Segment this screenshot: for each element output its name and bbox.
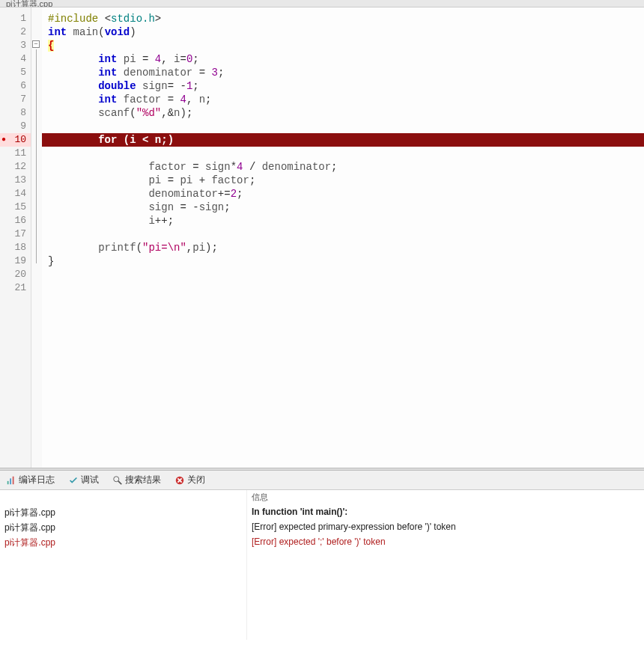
code-line[interactable]: denominator+=2; [42, 187, 644, 201]
error-message[interactable]: [Error] expected primary-expression befo… [247, 520, 644, 535]
line-number: 11 [0, 147, 31, 160]
tab-search-results[interactable]: 搜索结果 [109, 472, 164, 488]
svg-rect-0 [7, 480, 9, 483]
line-number: 5 [0, 66, 31, 79]
output-message-header: 信息 [247, 490, 644, 505]
svg-rect-2 [13, 476, 14, 484]
tab-debug[interactable]: 调试 [65, 472, 102, 488]
svg-rect-1 [10, 478, 11, 484]
line-number: 9 [0, 120, 31, 133]
code-line[interactable]: int pi = 4, i=0; [42, 52, 644, 66]
output-panel[interactable]: pi计算器.cpppi计算器.cpppi计算器.cpp 信息 In functi… [0, 490, 644, 640]
code-line[interactable]: int denominator = 3; [42, 66, 644, 79]
code-line[interactable]: i++; [42, 214, 644, 227]
fold-toggle-icon[interactable]: − [32, 40, 40, 48]
line-number: 8 [0, 106, 31, 120]
code-line[interactable]: #include <stdio.h> [42, 12, 644, 25]
svg-point-3 [114, 476, 119, 481]
code-line[interactable]: int main(void) [42, 25, 644, 39]
error-file[interactable]: pi计算器.cpp [0, 520, 246, 535]
code-line[interactable]: int factor = 4, n; [42, 93, 644, 106]
line-number: 2 [0, 25, 31, 39]
code-line[interactable]: double sign= -1; [42, 79, 644, 93]
line-number: 6 [0, 79, 31, 93]
output-message-column: 信息 In function 'int main()':[Error] expe… [247, 490, 644, 640]
line-number: 17 [0, 227, 31, 241]
tab-close-label: 关闭 [187, 474, 205, 486]
line-number: 3 [0, 39, 31, 52]
line-number: 13 [0, 174, 31, 187]
output-tabs-bar: 编译日志 调试 搜索结果 关闭 [0, 471, 644, 490]
code-editor[interactable]: 123456789101112131415161718192021 − #inc… [0, 7, 644, 468]
line-number: 15 [0, 201, 31, 214]
error-file[interactable]: pi计算器.cpp [0, 505, 246, 520]
chart-icon [6, 475, 16, 486]
tab-search-results-label: 搜索结果 [125, 474, 161, 486]
line-number: 12 [0, 160, 31, 174]
code-line[interactable] [42, 227, 644, 241]
code-line[interactable]: factor = sign*4 / denominator; [42, 160, 644, 174]
output-file-column: pi计算器.cpppi计算器.cpppi计算器.cpp [0, 490, 247, 640]
line-number: 21 [0, 281, 31, 295]
line-number-gutter: 123456789101112131415161718192021 [0, 7, 31, 468]
line-number: 20 [0, 268, 31, 281]
search-icon [112, 475, 123, 486]
line-number: 1 [0, 12, 31, 25]
output-file-header [0, 490, 246, 505]
line-number: 16 [0, 214, 31, 227]
error-message[interactable]: In function 'int main()': [247, 505, 644, 520]
tab-compile-log-label: 编译日志 [19, 474, 55, 486]
file-tab[interactable]: pi计算器.cpp [0, 0, 644, 7]
line-number: 4 [0, 52, 31, 66]
code-line[interactable] [42, 120, 644, 133]
code-line[interactable]: for (i < n;) [42, 133, 644, 147]
tab-compile-log[interactable]: 编译日志 [3, 472, 58, 488]
file-tab-label: pi计算器.cpp [6, 0, 52, 7]
line-number: 10 [0, 133, 31, 147]
tab-close[interactable]: 关闭 [171, 472, 208, 488]
code-line[interactable]: printf("pi=\n",pi); [42, 241, 644, 254]
code-line[interactable]: { [42, 39, 644, 52]
code-line[interactable] [42, 281, 644, 295]
line-number: 14 [0, 187, 31, 201]
code-content[interactable]: #include <stdio.h>int main(void){ int pi… [42, 7, 644, 468]
svg-line-4 [118, 480, 121, 483]
code-line[interactable] [42, 268, 644, 281]
code-line[interactable] [42, 147, 644, 160]
code-line[interactable]: sign = -sign; [42, 201, 644, 214]
code-line[interactable]: pi = pi + factor; [42, 174, 644, 187]
line-number: 18 [0, 241, 31, 254]
line-number: 7 [0, 93, 31, 106]
code-line[interactable]: scanf("%d",&n); [42, 106, 644, 120]
fold-column[interactable]: − [31, 7, 42, 468]
check-icon [68, 475, 79, 486]
line-number: 19 [0, 254, 31, 268]
error-file[interactable]: pi计算器.cpp [0, 535, 246, 550]
error-message[interactable]: [Error] expected ';' before ')' token [247, 535, 644, 550]
fold-guide [36, 49, 37, 263]
tab-debug-label: 调试 [81, 474, 99, 486]
close-icon [174, 475, 185, 486]
code-line[interactable]: } [42, 254, 644, 268]
